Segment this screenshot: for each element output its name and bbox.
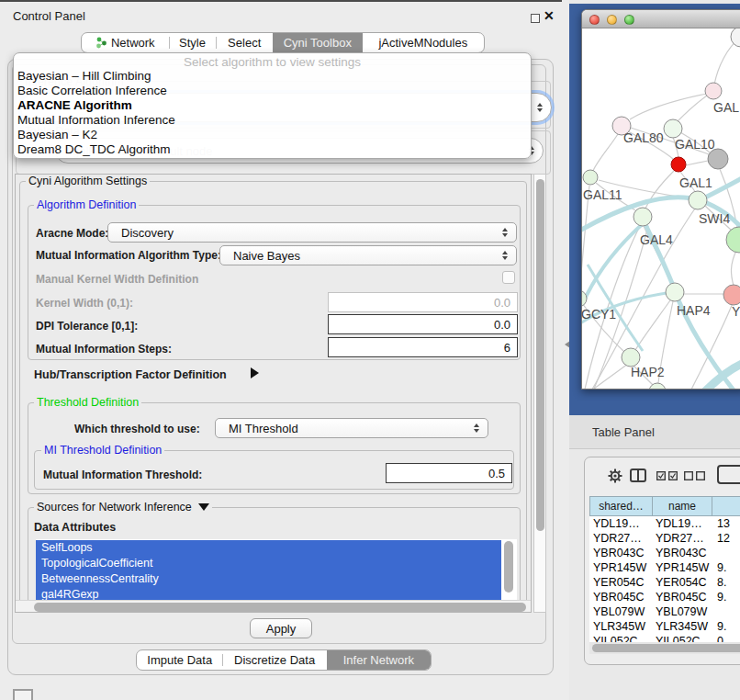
zoom-traffic-light[interactable]: [624, 15, 634, 25]
settings-hscrollbar-track[interactable]: [16, 600, 532, 613]
node-label: Y: [732, 304, 740, 319]
bottom-tabs: Impute Data Discretize Data Infer Networ…: [136, 649, 432, 671]
hub-expand-arrow-icon[interactable]: [251, 367, 259, 378]
node[interactable]: [723, 285, 740, 305]
algorithm-definition-title: Algorithm Definition: [34, 198, 139, 211]
data-attributes-label: Data Attributes: [34, 521, 116, 534]
tab-infer-network[interactable]: Infer Network: [327, 650, 431, 670]
which-threshold-combo[interactable]: MI Threshold: [215, 418, 488, 438]
aracne-mode-combo[interactable]: Discovery: [107, 222, 517, 243]
node-label: GAL4: [640, 232, 673, 247]
settings-vscrollbar[interactable]: [536, 179, 544, 531]
popup-item[interactable]: Mutual Information Inference: [14, 113, 531, 128]
list-item[interactable]: gal4RGexp: [41, 588, 99, 601]
kernel-width-field[interactable]: 0.0: [328, 292, 518, 312]
table-row[interactable]: YBR043CYBR043C: [589, 546, 740, 560]
mi-steps-label: Mutual Information Steps:: [36, 343, 172, 356]
threshold-definition-title: Threshold Definition: [34, 396, 141, 409]
close-traffic-light[interactable]: [589, 15, 600, 25]
network-window-titlebar[interactable]: [582, 10, 740, 28]
mi-threshold-field[interactable]: 0.5: [386, 463, 512, 483]
panel-title: Control Panel: [13, 9, 85, 23]
list-item[interactable]: SelfLoops: [41, 541, 93, 554]
manual-kernel-checkbox[interactable]: [502, 271, 515, 284]
tab-impute-data[interactable]: Impute Data: [137, 650, 222, 670]
node-label: GAL1: [679, 175, 712, 190]
node[interactable]: [633, 208, 652, 226]
panel-top-border: [0, 0, 562, 2]
node-label: GCY1: [581, 307, 616, 322]
column-header[interactable]: name: [652, 496, 712, 516]
node[interactable]: [689, 191, 707, 209]
kernel-width-label: Kernel Width (0,1):: [36, 297, 133, 310]
list-item[interactable]: BetweennessCentrality: [41, 572, 159, 585]
deselect-all-checks-icon[interactable]: [684, 471, 705, 480]
table-row[interactable]: YER054CYER054C8.: [589, 575, 740, 590]
table-hscrollbar[interactable]: [592, 644, 740, 652]
sources-group-title: Sources for Network Inference: [34, 501, 212, 514]
tab-select[interactable]: Select: [216, 33, 273, 52]
settings-viewport: Cyni Algorithm Settings Algorithm Defini…: [15, 174, 532, 613]
close-button[interactable]: ✕: [544, 8, 555, 23]
node[interactable]: [666, 283, 684, 301]
node[interactable]: [664, 119, 682, 138]
node[interactable]: [731, 28, 740, 47]
algorithm-selector-arrows-icon: [537, 103, 543, 112]
mi-steps-field[interactable]: 6: [328, 337, 518, 357]
table-row[interactable]: YBL079WYBL079W: [589, 604, 740, 619]
table-row[interactable]: YDR27…YDR27…12: [589, 531, 740, 546]
mi-threshold-label: Mutual Information Threshold:: [43, 469, 202, 481]
tab-jactivemnodules[interactable]: jActiveMNodules: [363, 33, 484, 52]
popup-item[interactable]: Bayesian – K2: [14, 128, 531, 142]
list-scrollbar[interactable]: [504, 541, 513, 593]
manual-kernel-label: Manual Kernel Width Definition: [36, 273, 198, 286]
list-item[interactable]: TopologicalCoefficient: [41, 557, 152, 570]
node-label: HAP4: [677, 303, 711, 318]
settings-hscrollbar[interactable]: [34, 603, 526, 612]
hub-definition-label[interactable]: Hub/Transcription Factor Definition: [34, 368, 227, 381]
network-canvas[interactable]: [582, 28, 740, 389]
table-row[interactable]: YIL052CYIL052C0.: [589, 634, 740, 642]
table-row[interactable]: YLR345WYLR345W9.: [589, 619, 740, 634]
gear-icon[interactable]: [607, 468, 623, 484]
minimize-traffic-light[interactable]: [607, 15, 617, 25]
node[interactable]: [622, 348, 640, 367]
node[interactable]: [583, 170, 598, 185]
apply-button[interactable]: Apply: [250, 618, 312, 638]
grip-button[interactable]: [13, 689, 33, 700]
node[interactable]: [671, 157, 686, 172]
node-label: GAL80: [623, 130, 664, 145]
table-row[interactable]: YDL19…YDL19…13: [589, 516, 740, 531]
table-hscrollbar-track[interactable]: [589, 642, 740, 654]
list-selection-block: [36, 540, 501, 603]
table-doc-icon[interactable]: [717, 465, 740, 485]
settings-vscrollbar-track[interactable]: [533, 174, 546, 613]
node[interactable]: [726, 227, 740, 253]
which-threshold-label: Which threshold to use:: [74, 423, 200, 435]
popup-item[interactable]: ARACNE Algorithm: [14, 98, 531, 113]
tab-cyni-toolbox[interactable]: Cyni Toolbox: [273, 33, 363, 52]
dpi-tolerance-field[interactable]: 0.0: [328, 314, 518, 334]
dpi-tolerance-label: DPI Tolerance [0,1]:: [36, 320, 138, 333]
node-label: GAL: [713, 100, 739, 115]
popup-item[interactable]: Bayesian – Hill Climbing: [14, 69, 531, 84]
popup-item[interactable]: Basic Correlation Inference: [14, 84, 531, 98]
sources-collapse-arrow-icon[interactable]: [198, 503, 209, 511]
node-label: HAP2: [631, 365, 665, 379]
cyni-algorithm-settings-title: Cyni Algorithm Settings: [26, 175, 150, 187]
tab-network[interactable]: Network: [82, 33, 169, 52]
node[interactable]: [708, 149, 728, 169]
tab-discretize-data[interactable]: Discretize Data: [222, 650, 326, 670]
node[interactable]: [705, 83, 722, 99]
select-all-checks-icon[interactable]: [656, 471, 678, 480]
columns-icon[interactable]: [630, 469, 646, 482]
aracne-mode-combo-arrows-icon: [502, 228, 508, 237]
table-row[interactable]: YBR045CYBR045C9.: [589, 590, 740, 604]
column-header[interactable]: shared…: [589, 496, 653, 516]
float-button[interactable]: [531, 14, 540, 23]
tab-style[interactable]: Style: [169, 33, 217, 52]
mi-type-combo[interactable]: Naive Bayes: [219, 245, 517, 265]
table-row[interactable]: YPR145WYPR145W9.: [589, 560, 740, 575]
column-header[interactable]: [712, 496, 740, 516]
popup-item[interactable]: Dream8 DC_TDC Algorithm: [14, 142, 531, 157]
